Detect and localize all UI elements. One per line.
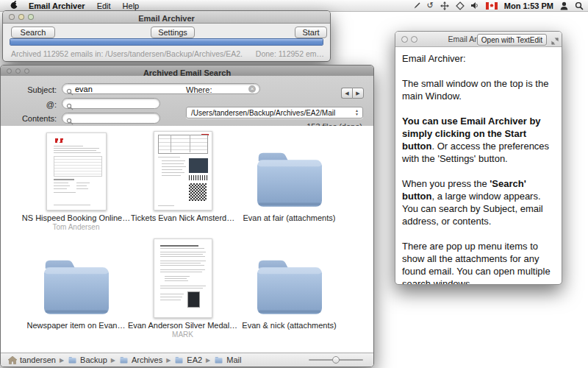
where-label: Where: [186, 85, 212, 94]
close-icon[interactable] [401, 36, 408, 43]
pen-icon[interactable] [412, 1, 420, 10]
back-button[interactable]: ◀ [341, 88, 352, 99]
clear-search-icon[interactable]: × [248, 85, 256, 93]
result-item[interactable]: Evan at fair (attachments) [236, 130, 343, 231]
home-icon [8, 356, 17, 364]
document-page [154, 238, 212, 318]
folder-icon [236, 130, 343, 210]
item-subtitle: MARK [172, 330, 193, 339]
item-name: NS Hispeed Booking Online… [22, 213, 130, 222]
close-button[interactable] [9, 14, 15, 20]
history-nav: ◀ ▶ [341, 88, 364, 99]
archive-status-text: Archived 112952 emails in: /Users/tander… [11, 49, 243, 58]
document-thumbnail [129, 130, 236, 210]
volume-icon[interactable] [471, 1, 479, 10]
item-subtitle: Tom Andersen [53, 223, 100, 231]
progress-bar-fill [10, 39, 323, 45]
icon-size-slider[interactable] [309, 356, 363, 364]
folder-icon [236, 238, 343, 318]
doc-table [54, 156, 102, 177]
email-archiver-window: Email Archiver Search Settings Start Arc… [2, 10, 331, 62]
minimize-button[interactable] [18, 14, 24, 20]
forward-button[interactable]: ▶ [352, 88, 364, 99]
traffic-lights [9, 11, 34, 23]
traffic-lights [7, 66, 29, 76]
item-name: Evan & nick (attachments) [242, 321, 336, 330]
user-icon[interactable] [560, 1, 568, 10]
menu-clock[interactable]: Mon 1:53 PM [504, 1, 553, 10]
folder-icon [174, 356, 184, 364]
result-item[interactable]: Evan & nick (attachments) [236, 238, 343, 339]
ns-logo [54, 138, 65, 143]
apple-menu-icon[interactable] [10, 0, 18, 11]
search-results-area[interactable]: NS Hispeed Booking Online… Tom Andersen [1, 126, 373, 353]
contents-input[interactable] [62, 113, 160, 124]
move-icon[interactable] [440, 1, 449, 10]
document-thumbnail [23, 130, 129, 210]
path-segment[interactable]: Archives [119, 355, 162, 364]
item-name: Evan at fair (attachments) [243, 213, 336, 222]
photo [189, 158, 208, 173]
open-with-textedit-button[interactable]: Open with TextEdit [477, 34, 547, 46]
search-icon [66, 100, 74, 107]
barcode [189, 175, 208, 180]
folder-icon [119, 356, 129, 364]
menu-status-area: ↺ Mon 1:53 PM [412, 0, 584, 11]
main-window-title: Email Archiver [138, 14, 195, 23]
menu-help[interactable]: Help [123, 1, 140, 10]
result-item[interactable]: NS Hispeed Booking Online… Tom Andersen [23, 130, 129, 231]
subject-label: Subject: [4, 85, 57, 94]
slider-knob[interactable] [332, 356, 340, 364]
path-segment[interactable]: Backup [68, 355, 107, 364]
address-input[interactable] [62, 98, 160, 109]
path-segment[interactable]: Mail [214, 355, 241, 364]
result-item[interactable]: Newspaper item on Evan… [23, 238, 129, 339]
path-separator: ▶ [166, 357, 171, 364]
search-toolbar: Subject: × @: Contents: ◀ ▶ Where: /User… [1, 76, 373, 127]
ticket-table [158, 135, 208, 154]
zoom-button[interactable] [28, 14, 34, 20]
search-icon [66, 85, 74, 93]
search-icon [66, 115, 74, 122]
document-page [46, 132, 107, 210]
zoom-button[interactable] [24, 68, 29, 74]
document-thumbnail [129, 238, 236, 318]
main-window-titlebar[interactable]: Email Archiver [3, 11, 330, 24]
paragraph: The small window on the top is the main … [402, 77, 556, 102]
search-window-titlebar[interactable]: Archived Email Search [1, 66, 373, 77]
canada-flag-icon[interactable] [486, 1, 498, 10]
results-row: NS Hispeed Booking Online… Tom Andersen [23, 130, 361, 231]
menu-edit[interactable]: Edit [97, 1, 111, 10]
where-popup[interactable]: /Users/tandersen/Backup/Archives/EA2/Mai… [186, 107, 363, 118]
path-separator: ▶ [60, 357, 64, 364]
path-label: tandersen [20, 355, 56, 364]
path-segment-home[interactable]: tandersen [8, 355, 56, 364]
item-name: Evan Anderson Silver Medal… [128, 321, 237, 330]
results-row: Newspaper item on Evan… [23, 238, 361, 339]
at-label: @: [4, 100, 57, 109]
where-popup-value: /Users/tandersen/Backup/Archives/EA2/Mai… [191, 109, 335, 117]
path-separator: ▶ [206, 357, 210, 364]
close-button[interactable] [7, 68, 12, 74]
document-page [154, 131, 212, 210]
settings-button[interactable]: Settings [151, 26, 195, 38]
start-button[interactable]: Start [295, 26, 327, 38]
paragraph: You can use Email Archiver by simply cli… [402, 115, 556, 165]
document-text: Email Archiver:The small window on the t… [395, 46, 562, 284]
subject-input[interactable] [62, 83, 260, 94]
time-machine-icon[interactable]: ↺ [427, 1, 434, 10]
path-separator: ▶ [111, 357, 115, 364]
archived-email-search-window: Archived Email Search Subject: × @: Cont… [0, 65, 374, 367]
search-button[interactable]: Search [11, 26, 55, 38]
spotlight-icon[interactable] [575, 1, 584, 10]
path-label: Mail [226, 355, 241, 364]
minimize-button[interactable] [15, 68, 21, 74]
spaces-icon[interactable] [456, 1, 465, 10]
result-item[interactable]: Evan Anderson Silver Medal… MARK [129, 238, 236, 339]
path-segment[interactable]: EA2 [174, 355, 202, 364]
quicklook-titlebar[interactable]: Email Archiver.rtf Open with TextEdit [395, 32, 562, 47]
add-icon[interactable] [411, 36, 417, 43]
path-label: Archives [132, 355, 162, 364]
menu-app-name[interactable]: Email Archiver [29, 1, 85, 10]
result-item[interactable]: Tickets Evan Nick Amsterd… [129, 130, 236, 231]
